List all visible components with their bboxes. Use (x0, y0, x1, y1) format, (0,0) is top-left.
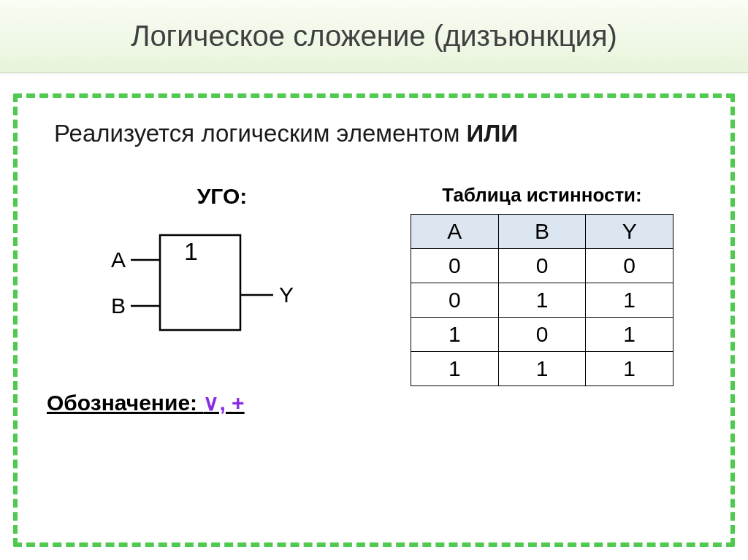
columns: УГО: 1 A B Y Обозначение: ∨, + Таблица и… (47, 184, 701, 415)
or-gate-diagram: 1 A B Y (91, 222, 310, 346)
col-a: A (411, 215, 499, 249)
subtitle-bold: ИЛИ (467, 120, 519, 147)
slide-title: Логическое сложение (дизъюнкция) (131, 20, 617, 53)
slide-header: Логическое сложение (дизъюнкция) (0, 0, 748, 73)
ugo-label: УГО: (91, 184, 354, 209)
gate-input-b: B (111, 294, 126, 318)
truth-table: A B Y 0 0 0 0 1 (411, 214, 673, 386)
table-row: 1 0 1 (411, 318, 673, 352)
table-row: 1 1 1 (411, 352, 673, 386)
svg-rect-0 (160, 235, 240, 330)
left-column: УГО: 1 A B Y Обозначение: ∨, + (47, 184, 354, 415)
table-header-row: A B Y (411, 215, 673, 249)
gate-input-a: A (111, 248, 126, 272)
right-column: Таблица истинности: A B Y 0 0 0 (383, 184, 701, 386)
gate-output: Y (279, 283, 294, 307)
dashed-container: Реализуется логическим элементом ИЛИ УГО… (13, 93, 735, 547)
subtitle: Реализуется логическим элементом ИЛИ (47, 120, 701, 147)
table-row: 0 1 1 (411, 283, 673, 318)
notation-label: Обозначение: (47, 391, 203, 415)
notation: Обозначение: ∨, + (47, 390, 354, 415)
content-wrapper: Реализуется логическим элементом ИЛИ УГО… (0, 73, 748, 560)
truth-table-label: Таблица истинности: (383, 184, 701, 207)
notation-symbols: ∨, + (203, 391, 244, 415)
col-b: B (498, 215, 586, 249)
gate-symbol: 1 (184, 237, 198, 265)
subtitle-prefix: Реализуется логическим элементом (54, 120, 467, 147)
table-row: 0 0 0 (411, 249, 673, 283)
col-y: Y (586, 215, 673, 249)
